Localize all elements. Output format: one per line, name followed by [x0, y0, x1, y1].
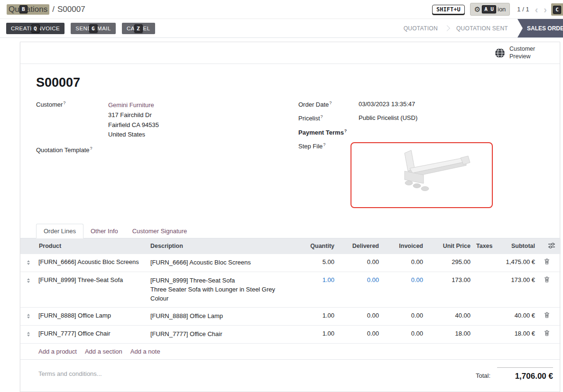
- delete-row-icon[interactable]: [544, 312, 550, 318]
- customer-label-text: Customer: [36, 101, 63, 108]
- customer-address-line3: United States: [108, 130, 159, 140]
- add-a-product-link[interactable]: Add a product: [38, 348, 77, 355]
- action-menu-button[interactable]: ⚙ A U ion: [470, 3, 510, 16]
- cell-delivered: 0.00: [337, 326, 382, 344]
- field-step-file: Step File?: [298, 142, 544, 208]
- total-label: Total:: [476, 367, 490, 381]
- notebook-tabs: Order Lines Other Info Customer Signatur…: [20, 223, 560, 238]
- field-payment-terms[interactable]: Payment Terms?: [298, 128, 544, 136]
- order-date-value[interactable]: 03/03/2023 13:35:47: [359, 100, 415, 108]
- list-footer-links: Add a product Add a section Add a note: [20, 344, 560, 360]
- pricelist-value[interactable]: Public Pricelist (USD): [359, 114, 417, 122]
- statusbar: QUOTATION QUOTATION SENT SALES ORDER: [397, 19, 563, 37]
- cell-subtotal: 1,475.00 €: [495, 254, 538, 272]
- field-group-right: Order Date? 03/03/2023 13:35:47 Pricelis…: [298, 100, 544, 208]
- breadcrumb-separator: /: [52, 5, 55, 14]
- column-header-product[interactable]: Product: [36, 238, 148, 254]
- tab-order-lines[interactable]: Order Lines: [36, 224, 83, 238]
- optional-columns-icon[interactable]: [548, 243, 555, 248]
- column-header-delivered[interactable]: Delivered: [337, 238, 382, 254]
- order-lines-table: Product Description Quantity Delivered I…: [20, 238, 561, 344]
- cell-unit-price: 18.00: [426, 326, 473, 344]
- action-menu-visible-text: ion: [498, 6, 506, 13]
- drag-handle-icon[interactable]: [23, 312, 33, 319]
- delete-row-icon[interactable]: [544, 276, 550, 283]
- customer-address-line2: Fairfield CA 94535: [108, 120, 159, 130]
- tab-other-info[interactable]: Other Info: [83, 224, 125, 238]
- control-panel: CREATE INVOICE Q SEND EMAIL G CANCEL Z Q…: [0, 19, 563, 38]
- cell-product: [FURN_8888] Office Lamp: [36, 308, 148, 326]
- send-email-button[interactable]: SEND EMAIL G: [71, 23, 116, 34]
- status-step-sales-order-active[interactable]: SALES ORDER: [517, 19, 563, 37]
- cell-delivered: 0.00: [337, 308, 382, 326]
- sheet-footer: Terms and conditions... Total: 1,706.00 …: [20, 360, 560, 381]
- hint-badge-send-email: G: [89, 24, 97, 32]
- table-row[interactable]: [FURN_8999] Three-Seat Sofa [FURN_8999] …: [20, 272, 561, 308]
- cell-subtotal: 40.00 €: [495, 308, 538, 326]
- field-group: Customer? Gemini Furniture 317 Fairchild…: [36, 100, 544, 208]
- cell-taxes: [473, 308, 495, 326]
- chevron-right-icon: [444, 25, 450, 31]
- step-file-label: Step File?: [298, 142, 359, 208]
- column-header-subtotal[interactable]: Subtotal: [495, 238, 538, 254]
- field-quotation-template[interactable]: Quotation Template?: [36, 146, 298, 154]
- column-options-header: [538, 238, 561, 254]
- cell-product: [FURN_6666] Acoustic Bloc Screens: [36, 254, 148, 272]
- pricelist-label: Pricelist?: [298, 114, 359, 122]
- column-header-invoiced[interactable]: Invoiced: [382, 238, 426, 254]
- breadcrumb: Quotations B / S00007: [7, 4, 85, 15]
- field-pricelist: Pricelist? Public Pricelist (USD): [298, 114, 544, 122]
- cell-description: [FURN_8888] Office Lamp: [148, 308, 297, 326]
- drag-handle-icon[interactable]: [23, 276, 33, 283]
- record-action-buttons: CREATE INVOICE Q SEND EMAIL G CANCEL Z: [0, 19, 155, 37]
- step-file-3d-render: [351, 146, 492, 204]
- create-button-hinted[interactable]: C: [551, 3, 563, 16]
- create-invoice-button[interactable]: CREATE INVOICE Q: [6, 23, 65, 34]
- step-file-image[interactable]: [351, 142, 493, 208]
- quotation-template-label-text: Quotation Template: [36, 147, 90, 154]
- table-row[interactable]: [FURN_7777] Office Chair [FURN_7777] Off…: [20, 326, 561, 344]
- hint-badge-action: A U: [482, 5, 496, 13]
- cell-delivered: 0.00: [337, 254, 382, 272]
- add-a-section-link[interactable]: Add a section: [85, 348, 122, 355]
- cell-taxes: [473, 254, 495, 272]
- column-header-quantity[interactable]: Quantity: [297, 238, 337, 254]
- customer-preview-button[interactable]: Customer Preview: [495, 46, 542, 60]
- help-icon: ?: [63, 100, 65, 105]
- breadcrumb-quotations-link[interactable]: Quotations B: [7, 4, 49, 15]
- handle-column-header: [20, 238, 36, 254]
- terms-and-conditions-input[interactable]: Terms and conditions...: [38, 370, 102, 377]
- status-step-quotation-sent[interactable]: QUOTATION SENT: [450, 25, 515, 32]
- add-a-note-link[interactable]: Add a note: [130, 348, 160, 355]
- cell-quantity: 5.00: [297, 254, 337, 272]
- cell-subtotal: 173.00 €: [495, 272, 538, 308]
- help-icon: ?: [90, 146, 92, 151]
- pager-next-icon[interactable]: ›: [544, 5, 547, 14]
- quotation-template-label: Quotation Template?: [36, 146, 108, 154]
- column-header-taxes[interactable]: Taxes: [473, 238, 495, 254]
- hint-badge-corner: C: [553, 6, 561, 14]
- cell-description: [FURN_7777] Office Chair: [148, 326, 297, 344]
- cell-quantity: 1.00: [297, 272, 337, 308]
- column-header-description[interactable]: Description: [148, 238, 297, 254]
- breadcrumb-record: S00007: [57, 5, 85, 14]
- pager-count: 1 / 1: [517, 6, 529, 13]
- customer-link[interactable]: Gemini Furniture: [108, 100, 159, 110]
- tab-customer-signature[interactable]: Customer Signature: [125, 224, 194, 238]
- hint-badge-breadcrumb: B: [19, 5, 28, 13]
- help-icon: ?: [323, 142, 325, 147]
- delete-row-icon[interactable]: [544, 330, 550, 336]
- cell-unit-price: 295.00: [426, 254, 473, 272]
- total-value: 1,706.00 €: [497, 367, 553, 381]
- delete-row-icon[interactable]: [544, 258, 550, 264]
- table-row[interactable]: [FURN_8888] Office Lamp [FURN_8888] Offi…: [20, 308, 561, 326]
- drag-handle-icon[interactable]: [23, 258, 33, 265]
- column-header-unit-price[interactable]: Unit Price: [426, 238, 473, 254]
- table-header-row: Product Description Quantity Delivered I…: [20, 238, 561, 254]
- pager-previous-icon[interactable]: ‹: [535, 5, 538, 14]
- drag-handle-icon[interactable]: [23, 330, 33, 337]
- pricelist-label-text: Pricelist: [298, 115, 320, 122]
- table-row[interactable]: [FURN_6666] Acoustic Bloc Screens [FURN_…: [20, 254, 561, 272]
- status-step-quotation[interactable]: QUOTATION: [397, 25, 444, 32]
- cancel-button[interactable]: CANCEL Z: [122, 23, 155, 34]
